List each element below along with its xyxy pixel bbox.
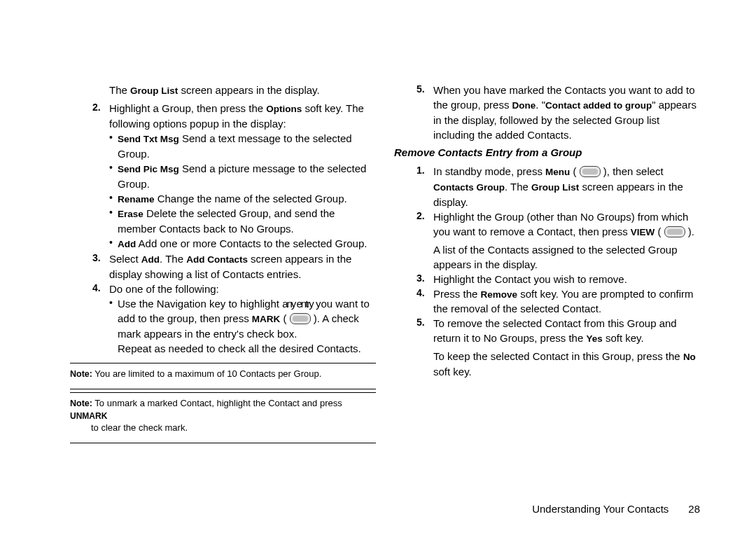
- ok-button-icon: [290, 313, 311, 324]
- divider: [70, 363, 376, 364]
- divider: [70, 443, 376, 443]
- remove-step-2: 2. Highlight the Group (other than No Gr…: [394, 209, 700, 272]
- bold-text: Group List: [130, 85, 178, 96]
- step-body: Highlight the Group (other than No Group…: [433, 209, 700, 272]
- bullet-dot: •: [109, 161, 118, 191]
- text: Use the Navigation key to highlight: [118, 298, 282, 310]
- bold-text: VIEW: [631, 227, 655, 237]
- option-send-pic: • Send Pic Msg Send a picture message to…: [70, 161, 376, 191]
- text: . The: [505, 181, 531, 193]
- note-max-contacts: Note: You are limited to a maximum of 10…: [70, 366, 376, 382]
- bullet-dot: •: [109, 296, 118, 341]
- bold-text: Add Contacts: [186, 254, 248, 265]
- bullet-body: Send Txt Msg Send a text message to the …: [118, 131, 376, 161]
- text: In standby mode, press: [433, 165, 545, 177]
- bullet-body: Erase Delete the selected Group, and sen…: [118, 206, 376, 236]
- note-label: Note:: [70, 369, 92, 379]
- text: (: [654, 226, 664, 237]
- section-title-remove: Remove Contacts Entry from a Group: [394, 145, 700, 160]
- bold-text: Yes: [586, 333, 602, 344]
- bold-text: Group List: [531, 182, 579, 193]
- bold-text: UNMARK: [70, 411, 107, 421]
- bold-text: Erase: [118, 209, 144, 219]
- bold-text: Contact added to group: [545, 100, 652, 111]
- divider: [70, 389, 376, 389]
- text: (: [280, 312, 289, 324]
- ok-button-icon: [580, 166, 601, 177]
- page-footer: Understanding Your Contacts28: [532, 503, 700, 515]
- step-body: Highlight a Group, then press the Option…: [109, 101, 376, 131]
- text: any entry: [282, 298, 313, 310]
- text: . The: [160, 253, 186, 265]
- text: Press the: [433, 288, 481, 300]
- repeat-instruction: Repeat as needed to check all the desire…: [70, 341, 376, 356]
- step-number: 3.: [70, 251, 109, 282]
- step-number: 4.: [70, 282, 109, 296]
- bold-text: Rename: [118, 194, 155, 205]
- text: Change the name of the selected Group.: [155, 193, 347, 205]
- step-body: To remove the selected Contact from this…: [433, 316, 700, 379]
- text: Select: [109, 253, 141, 265]
- bold-text: Options: [266, 104, 302, 114]
- bold-text: No: [683, 352, 696, 362]
- option-erase: • Erase Delete the selected Group, and s…: [70, 206, 376, 236]
- step-4: 4. Do one of the following:: [70, 282, 376, 296]
- step-body: Do one of the following:: [109, 282, 376, 296]
- text: To keep the selected Contact in this Gro…: [433, 350, 683, 362]
- text: A list of the Contacts assigned to the s…: [433, 244, 678, 270]
- page-number: 28: [688, 503, 700, 515]
- step-5: 5. When you have marked the Contacts you…: [394, 83, 700, 142]
- step-2: 2. Highlight a Group, then press the Opt…: [70, 101, 376, 131]
- step-body: When you have marked the Contacts you wa…: [433, 83, 700, 142]
- step-body: Highlight the Contact you wish to remove…: [433, 272, 700, 286]
- remove-step-5: 5. To remove the selected Contact from t…: [394, 316, 700, 379]
- option-add: • Add Add one or more Contacts to the se…: [70, 236, 376, 251]
- remove-step-1: 1. In standby mode, press Menu ( ), then…: [394, 164, 700, 209]
- group-list-appears: The Group List screen appears in the dis…: [70, 83, 376, 98]
- note-label: Note:: [70, 399, 92, 408]
- step-body: Select Add. The Add Contacts screen appe…: [109, 251, 376, 282]
- step-number: 5.: [394, 316, 433, 379]
- bullet-dot: •: [109, 191, 118, 207]
- note-text: to clear the check mark.: [70, 422, 376, 434]
- bullet-dot: •: [109, 206, 118, 236]
- bold-text: Remove: [481, 289, 518, 300]
- text: (: [570, 165, 579, 177]
- option-rename: • Rename Change the name of the selected…: [70, 191, 376, 207]
- note-text: You are limited to a maximum of 10 Conta…: [92, 368, 321, 379]
- step-number: 5.: [394, 83, 433, 142]
- remove-step-4: 4. Press the Remove soft key. You are pr…: [394, 286, 700, 317]
- text: soft key.: [603, 332, 644, 344]
- text: ).: [685, 226, 694, 237]
- bold-text: Add: [141, 254, 160, 265]
- bold-text: Menu: [545, 167, 570, 177]
- left-column: The Group List screen appears in the dis…: [70, 83, 376, 540]
- ok-button-icon: [664, 226, 685, 237]
- step-body: In standby mode, press Menu ( ), then se…: [433, 164, 700, 209]
- note-unmark: Note: To unmark a marked Contact, highli…: [70, 396, 376, 436]
- text: The: [109, 84, 130, 96]
- step-number: 2.: [70, 101, 109, 131]
- note-text: To unmark a marked Contact, highlight th…: [92, 398, 342, 408]
- step-3: 3. Select Add. The Add Contacts screen a…: [70, 251, 376, 282]
- right-column: 5. When you have marked the Contacts you…: [394, 83, 700, 540]
- step-number: 3.: [394, 272, 433, 286]
- divider: [70, 392, 376, 393]
- bullet-dot: •: [109, 131, 118, 161]
- bold-text: Send Txt Msg: [118, 134, 179, 144]
- bullet-dot: •: [109, 236, 118, 251]
- text: Add one or more Contacts to the selected…: [136, 237, 367, 249]
- text: screen appears in the display.: [178, 84, 319, 96]
- text: soft key.: [433, 366, 472, 378]
- substep-highlight: • Use the Navigation key to highlight an…: [70, 296, 376, 341]
- text: Highlight a Group, then press the: [109, 102, 266, 114]
- option-send-txt: • Send Txt Msg Send a text message to th…: [70, 131, 376, 161]
- bullet-body: Rename Change the name of the selected G…: [118, 191, 376, 207]
- step-number: 1.: [394, 164, 433, 209]
- footer-section: Understanding Your Contacts: [532, 503, 668, 515]
- bold-text: Contacts Group: [433, 182, 505, 193]
- step-number: 2.: [394, 209, 433, 272]
- bullet-body: Add Add one or more Contacts to the sele…: [118, 236, 376, 251]
- text: Delete the selected Group, and send the …: [118, 207, 335, 235]
- bold-text: MARK: [252, 314, 281, 324]
